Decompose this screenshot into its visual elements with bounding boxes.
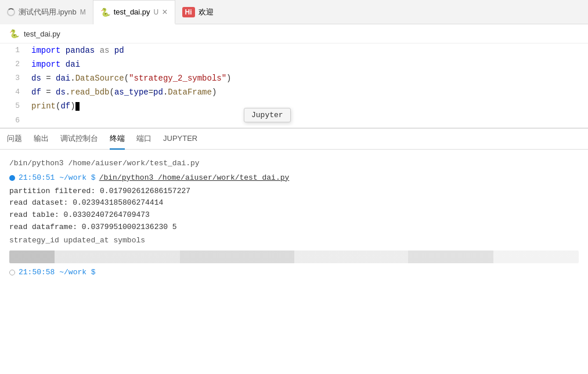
line-num-2: 2 [0,57,29,71]
line-num-5: 5 [0,99,29,113]
tab-notebook-label: 测试代码用.ipynb [19,7,77,17]
tab-welcome[interactable]: Hi 欢迎 [175,0,221,24]
tab-jupyter[interactable]: JUPYTER [163,129,197,150]
line-num-3: 3 [0,71,29,85]
line-content-5: print(df) [29,99,588,114]
tab-test-dai[interactable]: 🐍 test_dai.py U × [93,0,175,24]
tab-notebook-badge: M [80,8,86,16]
tab-welcome-label: 欢迎 [199,7,214,17]
tab-output[interactable]: 输出 [34,129,49,150]
tab-bar: 测试代码用.ipynb M 🐍 test_dai.py U × Hi 欢迎 [0,0,588,24]
terminal-table-header: strategy_id updated_at symbols [9,234,579,248]
tab-port[interactable]: 端口 [136,129,151,150]
terminal-blurred-data [9,250,579,263]
terminal-session2-prompt: 21:50:58 ~/work $ [9,267,579,279]
code-line-5: 5 print(df) [0,99,588,114]
terminal-output-2: read dataset: 0.023943185806274414 [9,197,579,209]
code-line-4: 4 df = ds.read_bdb(as_type=pd.DataFrame) [0,85,588,99]
file-name: test_dai.py [24,30,60,38]
file-header: 🐍 test_dai.py [0,24,588,43]
terminal-session2-time: 21:50:58 ~/work $ [19,267,96,279]
bottom-panel: 问题 输出 调试控制台 终端 端口 JUPYTER /bin/python3 /… [0,128,588,284]
terminal-session2-cursor [99,267,104,279]
line-num-1: 1 [0,43,29,57]
tab-debug-console[interactable]: 调试控制台 [60,129,98,150]
empty-dot-icon [9,270,15,275]
jupyter-tooltip: Jupyter [244,108,291,122]
hi-badge: Hi [182,7,195,17]
terminal-session1-prompt: 21:50:51 ~/work $ /bin/python3 /home/aiu… [9,172,579,184]
code-editor[interactable]: 1 import pandas as pd 2 import dai 3 ds … [0,43,588,128]
blue-dot-icon [9,175,15,181]
line-num-6: 6 [0,114,29,128]
code-line-3: 3 ds = dai.DataSource("strategy_2_symbol… [0,71,588,85]
code-line-1: 1 import pandas as pd [0,43,588,57]
terminal-session1-cmd: /bin/python3 /home/aiuser/work/test_dai.… [99,172,290,184]
line-content-3: ds = dai.DataSource("strategy_2_symbols"… [29,71,588,85]
close-icon[interactable]: × [162,8,167,17]
terminal-output-1: partition filtered: 0.017902612686157227 [9,186,579,198]
tab-terminal[interactable]: 终端 [110,129,125,150]
code-line-2: 2 import dai [0,57,588,71]
terminal-session1-time: 21:50:51 ~/work $ [19,172,96,184]
tab-test-dai-badge: U [154,8,159,16]
line-num-4: 4 [0,85,29,99]
spin-icon [7,8,15,16]
code-line-6: 6 [0,114,588,128]
tab-notebook[interactable]: 测试代码用.ipynb M [0,0,93,24]
panel-tab-bar: 问题 输出 调试控制台 终端 端口 JUPYTER [0,129,588,150]
file-python-icon: 🐍 [9,29,19,38]
python-icon: 🐍 [100,8,110,17]
tab-test-dai-label: test_dai.py [114,8,150,16]
terminal-first-cmd: /bin/python3 /home/aiuser/work/test_dai.… [9,154,579,172]
terminal-output-3: read table: 0.03302407264709473 [9,209,579,222]
terminal-content[interactable]: /bin/python3 /home/aiuser/work/test_dai.… [0,150,588,284]
terminal-output-4: read dataframe: 0.03799510002136230 5 [9,222,579,234]
line-content-1: import pandas as pd [29,43,588,57]
tab-problems[interactable]: 问题 [7,129,22,150]
line-content-2: import dai [29,57,588,71]
line-content-4: df = ds.read_bdb(as_type=pd.DataFrame) [29,85,588,99]
